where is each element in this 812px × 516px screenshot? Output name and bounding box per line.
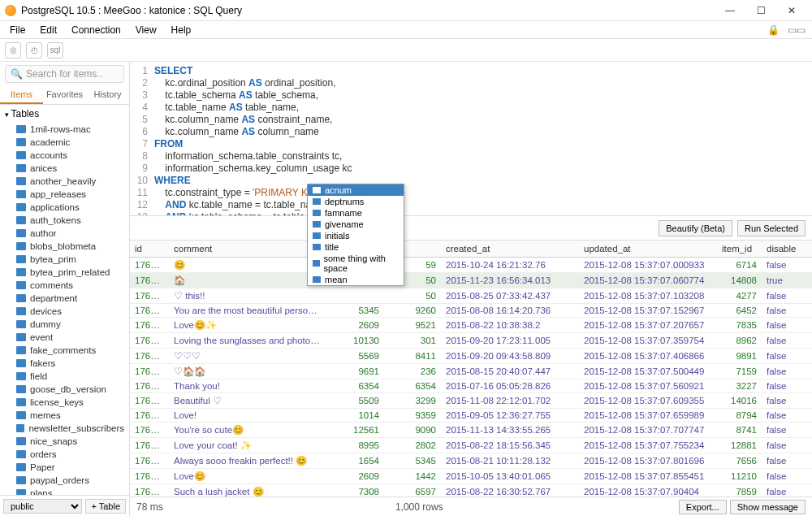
table-item[interactable]: accounts xyxy=(0,149,129,162)
table-item[interactable]: newsletter_subscribers xyxy=(0,422,129,435)
table-item[interactable]: author xyxy=(0,227,129,240)
run-selected-button[interactable]: Run Selected xyxy=(737,220,806,236)
table-row[interactable]: 176021Love😊✨260995212015-08-22 10:38:38.… xyxy=(130,318,812,333)
menu-view[interactable]: View xyxy=(129,23,163,37)
table-row[interactable]: 176020You are the most beautiful person … xyxy=(130,304,812,318)
toolbar-icon-2[interactable]: ◴ xyxy=(26,42,42,59)
table-row[interactable]: 176018🏠502015-11-23 16:56:34.0132015-12-… xyxy=(130,273,812,288)
autocomplete-item[interactable]: initials xyxy=(308,230,404,241)
column-icon xyxy=(313,221,321,228)
table-row[interactable]: 176019♡ this!!502015-08-25 07:33:42.4372… xyxy=(130,288,812,304)
table-item[interactable]: another_heavily xyxy=(0,175,129,188)
minimize-button[interactable]: — xyxy=(715,2,745,20)
table-item[interactable]: app_releases xyxy=(0,188,129,201)
table-item[interactable]: memes xyxy=(0,409,129,422)
table-item[interactable]: field xyxy=(0,370,129,383)
app-icon xyxy=(5,5,16,16)
export-button[interactable]: Export... xyxy=(679,500,727,514)
table-row[interactable]: 176022Loving the sunglasses and photogra… xyxy=(130,333,812,349)
table-icon xyxy=(16,476,26,484)
table-item[interactable]: applications xyxy=(0,201,129,214)
tab-history[interactable]: History xyxy=(86,86,129,104)
autocomplete-item[interactable]: acnum xyxy=(308,184,404,196)
menu-connection[interactable]: Connection xyxy=(65,23,127,37)
autocomplete-item[interactable]: deptnums xyxy=(308,196,404,207)
column-icon xyxy=(313,244,321,250)
status-rows: 1,000 rows xyxy=(163,501,676,513)
menu-file[interactable]: File xyxy=(3,23,32,37)
table-item[interactable]: goose_db_version xyxy=(0,383,129,396)
table-item[interactable]: paypal_orders xyxy=(0,474,129,487)
search-input[interactable]: 🔍 Search for items.. xyxy=(5,65,124,83)
table-row[interactable]: 176023♡♡♡556984112015-09-20 09:43:58.809… xyxy=(130,349,812,364)
autocomplete-item[interactable]: famname xyxy=(308,207,404,219)
table-icon xyxy=(16,372,26,380)
table-row[interactable]: 176027Love!101493592015-09-05 12:36:27.7… xyxy=(130,409,812,423)
table-item[interactable]: fakers xyxy=(0,357,129,370)
column-icon xyxy=(313,232,321,239)
column-header[interactable]: item_id xyxy=(717,241,762,258)
table-item[interactable]: department xyxy=(0,292,129,305)
table-item[interactable]: nice_snaps xyxy=(0,435,129,448)
table-icon xyxy=(16,138,26,146)
sql-editor[interactable]: 1SELECT2 kc.ordinal_position AS ordinal_… xyxy=(130,62,812,216)
table-item[interactable]: bytea_prim_related xyxy=(0,266,129,279)
table-item[interactable]: academic xyxy=(0,136,129,149)
table-row[interactable]: 176031Love😊260914422015-10-05 13:40:01.0… xyxy=(130,469,812,484)
table-row[interactable]: 176030Always sooo freakin perfect!! 😊165… xyxy=(130,453,812,469)
table-item[interactable]: dummy xyxy=(0,318,129,331)
toolbar-icon-1[interactable]: ◎ xyxy=(5,42,21,59)
menu-edit[interactable]: Edit xyxy=(33,23,63,37)
toolbar-sql-icon[interactable]: sql xyxy=(47,42,63,59)
close-button[interactable]: ✕ xyxy=(776,2,807,20)
table-item[interactable]: blobs_blobmeta xyxy=(0,240,129,253)
table-item[interactable]: auth_tokens xyxy=(0,214,129,227)
results-grid[interactable]: idcommentcreated_atupdated_atitem_iddisa… xyxy=(130,241,812,496)
tab-items[interactable]: Items xyxy=(0,86,43,104)
column-header[interactable]: created_at xyxy=(441,241,579,258)
table-item[interactable]: plans xyxy=(0,487,129,495)
table-item[interactable]: 1mil-rows-mac xyxy=(0,123,129,136)
schema-select[interactable]: public xyxy=(3,499,82,514)
table-icon xyxy=(16,359,26,367)
table-row[interactable]: 176026Beautiful ♡550932992015-11-08 22:1… xyxy=(130,393,812,409)
table-item[interactable]: anices xyxy=(0,162,129,175)
table-row[interactable]: 176029Love your coat! ✨899528022015-08-2… xyxy=(130,438,812,453)
table-row[interactable]: 176025Thank you!635463542015-07-16 05:05… xyxy=(130,379,812,393)
beautify-button[interactable]: Beautify (Beta) xyxy=(659,220,732,236)
column-header[interactable]: disable xyxy=(762,241,802,258)
show-message-button[interactable]: Show message xyxy=(730,500,806,514)
tab-favorites[interactable]: Favorites xyxy=(43,86,86,104)
autocomplete-item[interactable]: some thing with space xyxy=(308,253,404,274)
table-icon xyxy=(16,424,24,432)
add-table-button[interactable]: + Table xyxy=(85,499,126,514)
table-item[interactable]: fake_comments xyxy=(0,344,129,357)
table-item[interactable]: Paper xyxy=(0,461,129,474)
menu-help[interactable]: Help xyxy=(165,23,198,37)
table-row[interactable]: 176017😊592015-10-24 16:21:32.762015-12-0… xyxy=(130,258,812,273)
column-header[interactable]: comment xyxy=(169,241,327,258)
table-row[interactable]: 176028You're so cute😊1256190902015-11-13… xyxy=(130,423,812,438)
column-icon xyxy=(313,260,320,267)
table-icon xyxy=(16,320,26,328)
table-item[interactable]: license_keys xyxy=(0,396,129,409)
table-item[interactable]: comments xyxy=(0,279,129,292)
table-item[interactable]: devices xyxy=(0,305,129,318)
table-item[interactable]: orders xyxy=(0,448,129,461)
autocomplete-popup[interactable]: acnumdeptnumsfamnamegivenameinitialstitl… xyxy=(307,184,404,286)
table-row[interactable]: 176024♡🏠🏠96912362015-08-15 20:40:07.4472… xyxy=(130,364,812,379)
table-icon xyxy=(16,294,26,302)
table-icon xyxy=(16,164,26,172)
table-icon xyxy=(16,229,26,237)
autocomplete-item[interactable]: title xyxy=(308,241,404,253)
autocomplete-item[interactable]: mean xyxy=(308,274,404,285)
column-header[interactable]: updated_at xyxy=(579,241,717,258)
tree-group-tables[interactable]: Tables xyxy=(0,105,129,123)
table-item[interactable]: bytea_prim xyxy=(0,253,129,266)
table-icon xyxy=(16,268,26,276)
maximize-button[interactable]: ☐ xyxy=(745,2,776,20)
column-header[interactable]: id xyxy=(130,241,169,258)
autocomplete-item[interactable]: givename xyxy=(308,219,404,230)
table-item[interactable]: event xyxy=(0,331,129,344)
table-row[interactable]: 176032Such a lush jacket 😊730865972015-0… xyxy=(130,484,812,497)
